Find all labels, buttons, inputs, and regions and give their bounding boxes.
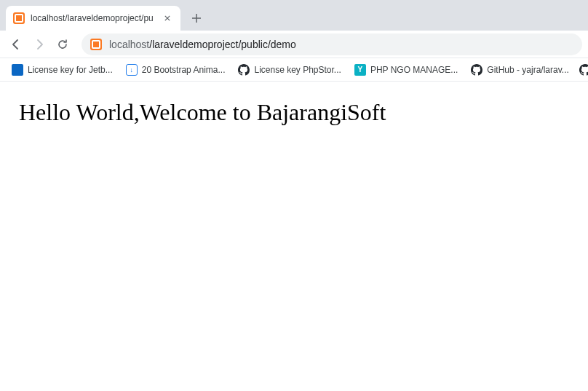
bookmark-label: License key PhpStor... — [254, 65, 341, 75]
page-content: Hello World,Welcome to BajarangiSoft — [0, 82, 588, 143]
tab-bar: localhost/laraveldemoproject/pu — [0, 6, 588, 31]
square-icon: Y — [354, 64, 366, 76]
bookmark-php-ngo[interactable]: Y PHP NGO MANAGE... — [350, 61, 462, 79]
browser-chrome: localhost/laraveldemoproject/pu localhos… — [0, 0, 588, 82]
bookmark-license-jetb[interactable]: License key for Jetb... — [7, 61, 117, 79]
reload-button[interactable] — [52, 34, 73, 55]
bookmark-label: PHP NGO MANAGE... — [370, 65, 458, 75]
xampp-favicon-icon — [13, 12, 25, 24]
navigation-toolbar: localhost/laraveldemoproject/public/demo — [0, 31, 588, 58]
url-path: /laraveldemoproject/public/demo — [149, 39, 296, 50]
bookmarks-bar: License key for Jetb... ↓ 20 Bootstrap A… — [0, 58, 588, 82]
address-bar[interactable]: localhost/laraveldemoproject/public/demo — [82, 33, 582, 55]
github-icon — [579, 64, 588, 76]
bookmark-github-yajra[interactable]: GitHub - yajra/larav... — [466, 61, 573, 79]
close-tab-button[interactable] — [162, 12, 173, 24]
new-tab-button[interactable] — [186, 8, 207, 28]
bookmark-label: 20 Bootstrap Anima... — [142, 65, 226, 75]
bookmark-label: GitHub - yajra/larav... — [487, 65, 568, 75]
bookmark-label: License key for Jetb... — [28, 65, 113, 75]
bookmark-license-phpstor[interactable]: License key PhpStor... — [234, 61, 345, 79]
github-icon — [471, 64, 482, 76]
github-icon — [238, 64, 250, 76]
url-text: localhost/laraveldemoproject/public/demo — [109, 39, 573, 50]
bootstrap-icon: ↓ — [126, 64, 138, 76]
browser-tab-active[interactable]: localhost/laraveldemoproject/pu — [6, 6, 180, 31]
back-button[interactable] — [6, 34, 26, 55]
forward-button[interactable] — [29, 34, 49, 55]
xampp-address-icon — [90, 39, 102, 50]
page-heading: Hello World,Welcome to BajarangiSoft — [19, 99, 569, 126]
bookmark-bootstrap-anima[interactable]: ↓ 20 Bootstrap Anima... — [122, 61, 230, 79]
square-icon — [12, 64, 23, 76]
url-host: localhost — [109, 39, 149, 50]
bookmark-overflow[interactable] — [578, 61, 588, 79]
tab-title: localhost/laraveldemoproject/pu — [31, 13, 156, 23]
